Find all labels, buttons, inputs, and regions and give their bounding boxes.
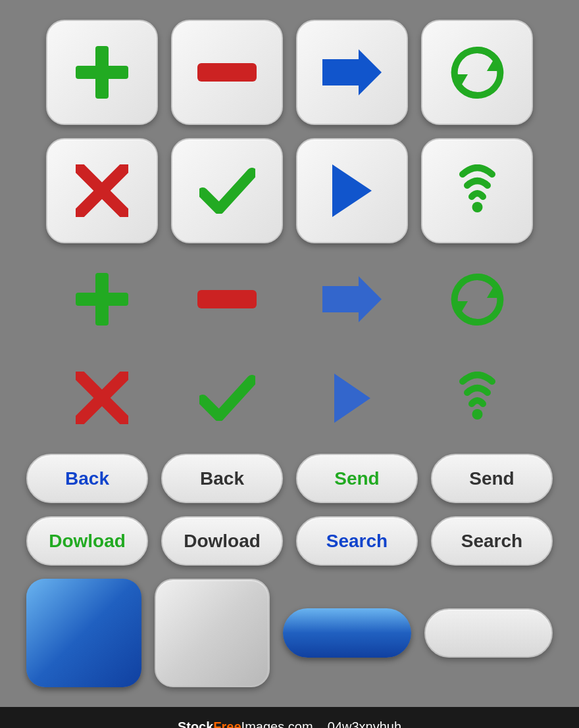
minus-naked-icon — [171, 256, 283, 342]
svg-point-9 — [472, 202, 482, 212]
row-1-icon-buttons — [26, 20, 553, 125]
plus-square-button[interactable] — [46, 20, 158, 125]
minus-square-button[interactable] — [171, 20, 283, 125]
send-dark-button[interactable]: Send — [431, 454, 553, 503]
footer-brand-images: Images.com — [241, 719, 313, 729]
row-7-blank-buttons — [26, 579, 553, 687]
search-dark-button[interactable]: Search — [431, 516, 553, 566]
footer-text: StockFreeImages.com 04w3xnvhuh — [178, 719, 401, 729]
minus-icon — [197, 63, 257, 82]
plus-icon — [72, 43, 132, 102]
play-naked-icon — [296, 355, 408, 441]
send-green-button[interactable]: Send — [296, 454, 418, 503]
check-naked-icon — [171, 355, 283, 441]
x-square-button[interactable] — [46, 138, 158, 243]
blank-square-gray-button[interactable] — [155, 579, 270, 687]
blank-square-blue-button[interactable] — [26, 579, 141, 687]
row-5-pill-buttons: Back Back Send Send — [26, 454, 553, 503]
wifi-icon — [453, 164, 502, 217]
check-naked — [199, 375, 255, 421]
minus-naked — [197, 290, 257, 308]
download-green-button[interactable]: Dowload — [26, 516, 148, 566]
plus-naked-icon — [46, 256, 158, 342]
refresh-naked — [449, 272, 505, 328]
play-square-button[interactable] — [296, 138, 408, 243]
svg-marker-13 — [322, 276, 382, 322]
row-3-naked-icons — [26, 256, 553, 342]
arrow-naked — [322, 276, 382, 322]
refresh-square-button[interactable] — [421, 20, 533, 125]
svg-marker-8 — [332, 164, 372, 217]
play-icon — [329, 164, 375, 217]
row-6-pill-buttons: Dowload Dowload Search Search — [26, 516, 553, 566]
refresh-icon — [449, 45, 505, 101]
svg-marker-18 — [334, 374, 370, 423]
wifi-square-button[interactable] — [421, 138, 533, 243]
arrow-right-square-button[interactable] — [296, 20, 408, 125]
search-blue-button[interactable]: Search — [296, 516, 418, 566]
x-icon — [76, 164, 128, 217]
x-naked-icon — [46, 355, 158, 441]
svg-point-19 — [472, 409, 482, 420]
row-2-icon-buttons — [26, 138, 553, 243]
back-dark-button[interactable]: Back — [161, 454, 283, 503]
wifi-naked-icon — [421, 355, 533, 441]
wifi-naked — [453, 372, 502, 424]
check-square-button[interactable] — [171, 138, 283, 243]
arrow-naked-icon — [296, 256, 408, 342]
arrow-right-icon — [322, 49, 382, 95]
blank-pill-blue-button[interactable] — [283, 608, 411, 658]
svg-rect-2 — [197, 63, 257, 82]
svg-rect-11 — [76, 293, 128, 306]
svg-rect-12 — [197, 290, 257, 308]
refresh-naked-icon — [421, 256, 533, 342]
footer-brand-free: Free — [213, 719, 241, 729]
blank-pill-gray-button[interactable] — [424, 608, 553, 658]
footer-code: 04w3xnvhuh — [328, 719, 401, 729]
download-dark-button[interactable]: Dowload — [161, 516, 283, 566]
row-4-naked-icons — [26, 355, 553, 441]
footer-brand-stock: Stock — [178, 719, 213, 729]
check-icon — [199, 168, 255, 214]
svg-rect-1 — [76, 66, 128, 79]
svg-marker-3 — [322, 49, 382, 95]
footer: StockFreeImages.com 04w3xnvhuh — [0, 707, 579, 728]
play-naked — [331, 374, 374, 423]
back-blue-button[interactable]: Back — [26, 454, 148, 503]
x-naked — [76, 372, 128, 424]
main-content: Back Back Send Send Dowload Dowload Sear… — [0, 0, 579, 707]
plus-naked — [72, 270, 132, 329]
